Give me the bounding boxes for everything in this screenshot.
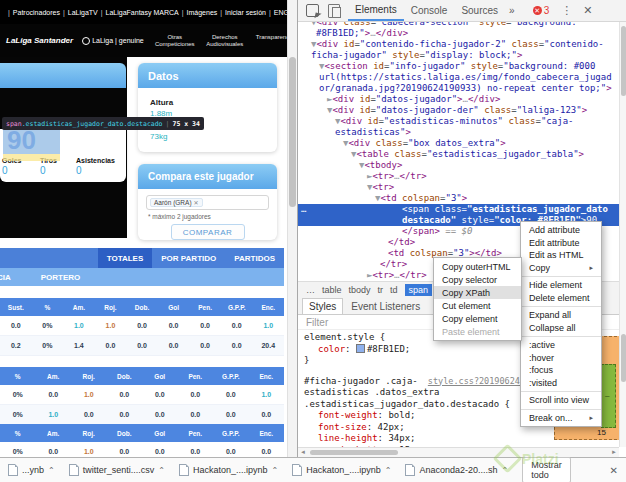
- download-caret-icon[interactable]: ⌃: [272, 466, 279, 475]
- menu-item-hide-element[interactable]: Hide element: [521, 279, 601, 292]
- download-item[interactable]: Hackaton_....ipynb⌃: [179, 464, 278, 476]
- tree-line[interactable]: ▼<div id="estadisticas-minutos" class="c…: [298, 116, 619, 138]
- elements-scroll-thumb[interactable]: [621, 26, 626, 96]
- tree-line[interactable]: #8FB1ED;">…</div>: [298, 28, 619, 39]
- devtools-scrollbar[interactable]: [619, 22, 626, 447]
- column-header: Am.: [63, 304, 95, 311]
- table-cell: 0.0: [95, 342, 127, 349]
- compare-player-input[interactable]: Aarón (GRA) ✕: [146, 195, 269, 210]
- download-caret-icon[interactable]: ⌃: [502, 466, 509, 475]
- tree-line[interactable]: ▼<div class="box datos_extra">: [298, 138, 619, 149]
- tree-line[interactable]: ▼<tr>: [298, 182, 619, 193]
- menu-item-copy-selector[interactable]: Copy selector: [434, 273, 521, 286]
- laliga-santander-logo[interactable]: LaLiga Santander: [6, 36, 73, 45]
- column-header: Dob.: [107, 430, 143, 437]
- tree-line[interactable]: ►<div id="datos-jugador">…</div>: [298, 94, 619, 105]
- menu-item-collapse-all[interactable]: Collapse all: [521, 322, 601, 335]
- topbar-link[interactable]: Iniciar sesión: [225, 9, 266, 16]
- menu-item--focus[interactable]: :focus: [521, 364, 601, 377]
- download-item[interactable]: twitter_senti....csv⌃: [69, 464, 165, 476]
- download-caret-icon[interactable]: ⌃: [48, 466, 55, 475]
- horizontal-scroll-thumb[interactable]: [310, 450, 398, 455]
- tab-totales[interactable]: TOTALES: [98, 248, 153, 268]
- tree-line[interactable]: …<span class="estadisticas_jugador_dato: [298, 204, 619, 215]
- device-toolbar-icon[interactable]: [328, 4, 340, 18]
- show-all-downloads-button[interactable]: Mostrar todo: [522, 457, 571, 482]
- menu-item-cut-element[interactable]: Cut element: [434, 299, 521, 312]
- menu-item--hover[interactable]: :hover: [521, 352, 601, 365]
- devtools-tab-sources[interactable]: Sources: [454, 0, 505, 21]
- tree-line[interactable]: ▼<section id="info-jugador" style="backg…: [298, 61, 619, 94]
- downloads-close-icon[interactable]: ✕: [610, 465, 618, 476]
- download-caret-icon[interactable]: ⌃: [158, 466, 165, 475]
- player-chip[interactable]: Aarón (GRA) ✕: [150, 198, 203, 207]
- breadcrumb-item[interactable]: tbody: [349, 285, 371, 295]
- navbar-item[interactable]: Derechos Audiovisuales: [203, 34, 247, 48]
- breadcrumb-item[interactable]: …: [306, 285, 315, 295]
- scroll-right-icon[interactable]: ►: [611, 449, 617, 455]
- topbar-link[interactable]: LaLigaFantasy MARCA: [106, 9, 179, 16]
- menu-item-edit-as-html[interactable]: Edit as HTML: [521, 249, 601, 262]
- download-item[interactable]: ...ynb⌃: [8, 464, 55, 476]
- tree-line[interactable]: ▼<td colspan="3">: [298, 193, 619, 204]
- download-caret-icon[interactable]: ⌃: [385, 466, 392, 475]
- tree-line[interactable]: ▼<div id="datos-jugador-der" class="lali…: [298, 105, 619, 116]
- menu-item-copy[interactable]: Copy▸: [521, 262, 601, 275]
- laliga-genuine-logo[interactable]: LaLiga | genuine: [82, 37, 144, 45]
- breadcrumb-item[interactable]: table: [322, 285, 342, 295]
- menu-item-copy-element[interactable]: Copy element: [434, 312, 521, 325]
- devtools-close-icon[interactable]: ✕: [583, 4, 592, 17]
- subtab-1[interactable]: PORTERO: [41, 273, 81, 282]
- inspect-element-icon[interactable]: [306, 4, 319, 17]
- tab-por-partido[interactable]: POR PARTIDO: [152, 248, 225, 268]
- tab-partidos[interactable]: PARTIDOS: [225, 248, 284, 268]
- page-scrollbar[interactable]: [287, 0, 297, 457]
- subtab-0[interactable]: CIA: [0, 273, 11, 282]
- menu-separator: [521, 276, 601, 277]
- topbar-link[interactable]: Patrocinadores: [13, 9, 60, 16]
- error-badge[interactable]: ✕ 3: [533, 5, 550, 16]
- tree-line[interactable]: ►<tr>…</tr>: [298, 171, 619, 182]
- breadcrumb-item[interactable]: span: [405, 284, 433, 296]
- menu-item-add-attribute[interactable]: Add attribute: [521, 224, 601, 237]
- topbar-link[interactable]: LaLigaTV: [68, 9, 98, 16]
- menu-item-copy-xpath[interactable]: Copy XPath: [434, 286, 521, 299]
- devtools-tab-elements[interactable]: Elements: [348, 0, 404, 21]
- menu-item-expand-all[interactable]: Expand all: [521, 309, 601, 322]
- chip-remove-icon[interactable]: ✕: [194, 199, 199, 206]
- download-item[interactable]: Anaconda2-20....sh⌃: [405, 464, 508, 476]
- topbar-link[interactable]: ENG: [274, 9, 287, 16]
- styles-horizontal-scrollbar[interactable]: ◄ ►: [298, 447, 619, 457]
- styles-scroll-thumb[interactable]: [621, 334, 626, 382]
- menu-item-copy-outerhtml[interactable]: Copy outerHTML: [434, 260, 521, 273]
- site-topbar: |Patrocinadores|LaLigaTV|LaLigaFantasy M…: [0, 0, 287, 24]
- menu-item-edit-attribute[interactable]: Edit attribute: [521, 237, 601, 250]
- devtools-tab-console[interactable]: Console: [404, 0, 455, 21]
- scroll-left-icon[interactable]: ◄: [300, 449, 306, 455]
- color-swatch[interactable]: [356, 344, 365, 353]
- navbar-item[interactable]: Transparencia: [253, 34, 287, 48]
- menu-item-scroll-into-view[interactable]: Scroll into view: [521, 394, 601, 407]
- breadcrumb-item[interactable]: td: [390, 285, 398, 295]
- tab-event-listeners[interactable]: Event Listeners: [345, 299, 426, 314]
- stats-card-header: [0, 63, 126, 88]
- page-scrollbar-thumb[interactable]: [289, 57, 296, 207]
- menu-item--visited[interactable]: :visited: [521, 377, 601, 390]
- menu-item-delete-element[interactable]: Delete element: [521, 292, 601, 305]
- download-item[interactable]: Hackaton_....ipynb⌃: [292, 464, 391, 476]
- tree-line[interactable]: ▼<tbody>: [298, 160, 619, 171]
- comparar-button[interactable]: COMPARAR: [171, 224, 245, 240]
- css-property[interactable]: line-height: 34px;: [304, 433, 566, 445]
- topbar-link[interactable]: Imágenes: [187, 9, 218, 16]
- breadcrumb-item[interactable]: tr: [378, 285, 384, 295]
- navbar-item[interactable]: Otras Competiciones: [153, 34, 197, 48]
- tree-line[interactable]: ▼<table class="estadisticas_jugador_tabl…: [298, 149, 619, 160]
- tree-line[interactable]: ▼<div id="contenido-ficha-jugador-2" cla…: [298, 39, 619, 61]
- devtools-menu-icon[interactable]: ⋮: [561, 4, 573, 17]
- menu-item--active[interactable]: :active: [521, 339, 601, 352]
- tab-styles[interactable]: Styles: [302, 298, 343, 314]
- menu-item-break-on-[interactable]: Break on...▸: [521, 412, 601, 425]
- more-tabs-icon[interactable]: »: [505, 5, 519, 16]
- table-cell: 0.0: [249, 448, 285, 455]
- column-header: G.P.P.: [213, 430, 249, 437]
